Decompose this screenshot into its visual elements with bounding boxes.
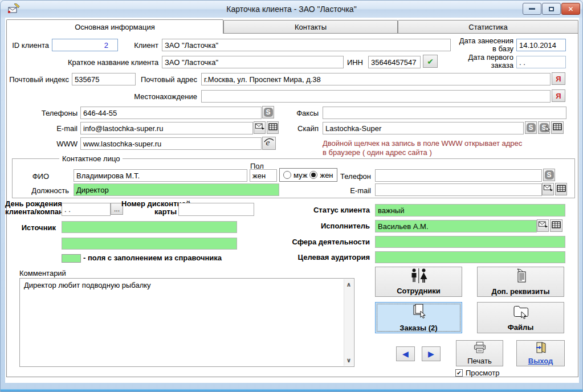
email-label: E-mail xyxy=(51,124,78,133)
skype-list-button[interactable] xyxy=(551,121,564,134)
executor-mail-button[interactable] xyxy=(537,219,549,232)
skype-field[interactable]: Lastochka-Super xyxy=(323,122,524,134)
skype-chat-button[interactable]: S xyxy=(538,121,550,134)
executor-field[interactable]: Васильев А.М. xyxy=(375,220,537,232)
birthday-label: День рождения клиента/компании xyxy=(5,200,60,216)
postal-address-field[interactable]: г.Москва, ул. Проспект Мира, д.38 xyxy=(201,73,551,85)
discount-card-field[interactable] xyxy=(178,203,254,216)
contact-phone-label: Телефон xyxy=(338,172,371,181)
tab-contacts[interactable]: Контакты xyxy=(223,20,398,34)
phones-skype-call-button[interactable]: S xyxy=(262,106,274,119)
client-field[interactable]: ЗАО "Ласточка" xyxy=(162,39,451,51)
status-label: Статус клиента xyxy=(308,206,370,214)
comment-textarea[interactable]: Директор любит подводную рыбалку ∧ ∨ xyxy=(19,278,354,367)
short-name-label: Краткое название клиента xyxy=(68,58,158,67)
tab-main-info[interactable]: Основная информация xyxy=(6,19,223,34)
email-list-button[interactable] xyxy=(267,121,279,134)
next-record-button[interactable]: ▶ xyxy=(422,346,441,361)
contact-phone-skype-button[interactable]: S xyxy=(543,169,555,181)
position-field[interactable]: Директор xyxy=(74,183,279,196)
date-added-label: Дата занесения в базу xyxy=(455,37,513,53)
source-field-2[interactable] xyxy=(62,238,237,250)
skype-icon: S xyxy=(527,123,536,132)
client-id-field[interactable]: 2 xyxy=(52,39,118,51)
contact-email-field[interactable] xyxy=(375,183,542,196)
phones-field[interactable]: 646-44-55 xyxy=(80,107,262,119)
orders-button-label: Заказы (2) xyxy=(399,324,437,332)
radio-female[interactable] xyxy=(309,171,317,179)
table-grid-icon xyxy=(552,220,561,231)
send-mail-icon xyxy=(543,183,553,195)
first-order-field[interactable]: . . xyxy=(516,56,566,68)
gender-value: жен xyxy=(252,172,266,180)
date-added-field[interactable]: 14.10.2014 xyxy=(516,39,566,51)
checkbox-check-icon: ✔ xyxy=(456,370,461,376)
preview-checkbox[interactable]: ✔ xyxy=(455,369,463,377)
scroll-up-icon[interactable]: ∧ xyxy=(344,281,353,288)
titlebar[interactable]: Карточка клиента - ЗАО "Ласточка" ✕ xyxy=(1,1,582,18)
orders-button[interactable]: Заказы (2) xyxy=(375,302,462,333)
previous-record-button[interactable]: ◀ xyxy=(396,346,415,361)
comment-scrollbar[interactable]: ∧ ∨ xyxy=(344,279,353,366)
skype-call-button[interactable]: S xyxy=(525,121,537,134)
postal-index-field[interactable]: 535675 xyxy=(72,73,136,85)
yandex-icon: Я xyxy=(556,75,561,83)
client-value: ЗАО "Ласточка" xyxy=(165,41,218,50)
tab-main-info-label: Основная информация xyxy=(75,23,155,31)
print-button[interactable]: Печать xyxy=(456,340,503,366)
exit-button[interactable]: Выход xyxy=(516,340,565,366)
send-mail-icon xyxy=(255,122,265,133)
location-label: Местонахождение xyxy=(133,92,197,101)
minimize-button[interactable] xyxy=(523,3,541,15)
close-button[interactable]: ✕ xyxy=(561,3,580,15)
employees-button[interactable]: Сотрудники xyxy=(375,267,462,297)
faxes-field[interactable] xyxy=(323,107,566,119)
extra-details-button[interactable]: Доп. реквизиты xyxy=(477,267,564,297)
source-field-1[interactable] xyxy=(62,221,237,233)
legend-green-swatch xyxy=(62,254,81,263)
files-button[interactable]: Файлы xyxy=(477,302,564,333)
gender-radio-group: муж жен xyxy=(279,168,337,182)
contact-person-group-title: Контактное лицо xyxy=(59,154,123,163)
contact-phone-field[interactable] xyxy=(375,169,542,182)
executor-list-button[interactable] xyxy=(550,219,562,232)
address-yandex-button[interactable]: Я xyxy=(552,72,565,85)
audience-field[interactable] xyxy=(375,251,565,263)
www-field[interactable]: www.lastochka-super.ru xyxy=(80,137,262,150)
phones-label: Телефоны xyxy=(39,109,78,117)
source-label: Источник xyxy=(11,223,56,232)
contact-email-send-button[interactable] xyxy=(542,183,554,195)
check-icon: ✔ xyxy=(427,57,434,66)
window-title: Карточка клиента - ЗАО "Ласточка" xyxy=(1,5,582,14)
tab-statistics[interactable]: Статистика xyxy=(398,20,578,34)
executor-value: Васильев А.М. xyxy=(378,222,429,231)
position-value: Директор xyxy=(76,186,109,194)
gender-display-field[interactable]: жен xyxy=(250,169,277,182)
radio-male[interactable] xyxy=(283,171,291,179)
open-browser-button[interactable]: e xyxy=(262,137,276,150)
birthday-field[interactable]: . . xyxy=(62,203,111,216)
skype-icon: S xyxy=(264,108,273,117)
email-send-button[interactable] xyxy=(254,121,266,134)
activity-field[interactable] xyxy=(375,236,565,248)
first-order-value: . . xyxy=(519,58,525,67)
location-yandex-button[interactable]: Я xyxy=(552,89,565,102)
postal-index-label: Почтовый индекс xyxy=(7,75,69,84)
audience-label: Целевая аудитория xyxy=(288,253,370,262)
location-field[interactable] xyxy=(201,90,551,103)
inn-verify-button[interactable]: ✔ xyxy=(423,55,438,68)
email-field[interactable]: info@lastochka-super.ru xyxy=(80,122,253,134)
preview-checkbox-row[interactable]: ✔ Просмотр xyxy=(455,369,499,377)
ellipsis-icon: ... xyxy=(114,205,120,213)
inn-field[interactable]: 35646457547 xyxy=(368,56,421,68)
status-value: важный xyxy=(378,206,404,215)
www-label: WWW xyxy=(51,140,78,148)
scroll-down-icon[interactable]: ∨ xyxy=(344,357,353,364)
restore-button[interactable] xyxy=(542,3,561,15)
window-bottom-edge xyxy=(1,389,582,391)
status-field[interactable]: важный xyxy=(375,204,565,217)
short-name-field[interactable]: ЗАО "Ласточка" xyxy=(162,56,344,68)
fio-field[interactable]: Владимирова М.Т. xyxy=(74,169,247,182)
client-card-window: Карточка клиента - ЗАО "Ласточка" ✕ Осно… xyxy=(0,0,583,392)
contact-email-list-button[interactable] xyxy=(555,183,567,195)
